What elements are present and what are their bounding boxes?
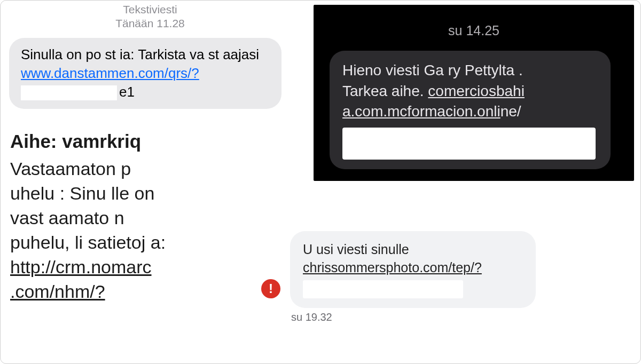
email-link-line1[interactable]: http://crm.nomarc xyxy=(10,257,152,277)
email-link-line2[interactable]: .com/nhm/? xyxy=(10,281,105,302)
email-line: uhelu : Sinu lle on xyxy=(10,183,154,203)
warning-icon: ! xyxy=(261,279,280,298)
redaction-box xyxy=(342,128,596,160)
redaction-box xyxy=(105,285,175,301)
sms-bubble-1-text: Sinulla on po st ia: Tarkista va st aaja… xyxy=(21,46,259,62)
dark-bubble[interactable]: Hieno viesti Ga ry Pettylta . Tarkea aih… xyxy=(330,51,611,169)
dark-link-part2[interactable]: a.com.mcformacion.onli xyxy=(342,103,501,120)
dark-link-tail: ne/ xyxy=(501,103,521,120)
light-bubble-timestamp: su 19.32 xyxy=(291,311,332,323)
sms-bubble-1[interactable]: Sinulla on po st ia: Tarkista va st aaja… xyxy=(9,38,282,109)
sms-header-type: Tekstiviesti xyxy=(1,3,300,17)
dark-text-prefix2: Tarkea aihe. xyxy=(342,83,428,99)
email-body: Vastaamaton p uhelu : Sinu lle on vast a… xyxy=(10,157,240,304)
dark-panel: su 14.25 Hieno viesti Ga ry Pettylta . T… xyxy=(314,5,634,181)
redaction-box xyxy=(303,280,463,298)
light-bubble[interactable]: U usi viesti sinulle chrissommersphoto.c… xyxy=(290,231,536,308)
sms-header: Tekstiviesti Tänään 11.28 xyxy=(1,3,300,31)
sms-bubble-1-trailing: e1 xyxy=(119,84,135,100)
email-card[interactable]: Aihe: vamrkriq Vastaamaton p uhelu : Sin… xyxy=(10,129,240,304)
email-line: Vastaamaton p xyxy=(10,159,131,179)
dark-link-part1[interactable]: comerciosbahi xyxy=(428,83,525,99)
email-line: vast aamato n xyxy=(10,208,124,228)
sms-bubble-1-link[interactable]: www.danstammen.com/qrs/? xyxy=(21,65,199,81)
redaction-box xyxy=(21,85,117,100)
light-bubble-link[interactable]: chrissommersphoto.com/tep/? xyxy=(303,260,482,275)
exclamation-icon: ! xyxy=(269,282,273,295)
sms-header-time: Tänään 11.28 xyxy=(1,17,300,30)
email-subject: Aihe: vamrkriq xyxy=(10,129,240,154)
dark-text-line1: Hieno viesti Ga ry Pettylta . xyxy=(342,62,523,78)
light-bubble-text: U usi viesti sinulle xyxy=(303,242,409,257)
email-line: puhelu, li satietoj a: xyxy=(10,232,166,252)
dark-timestamp: su 14.25 xyxy=(314,5,634,38)
